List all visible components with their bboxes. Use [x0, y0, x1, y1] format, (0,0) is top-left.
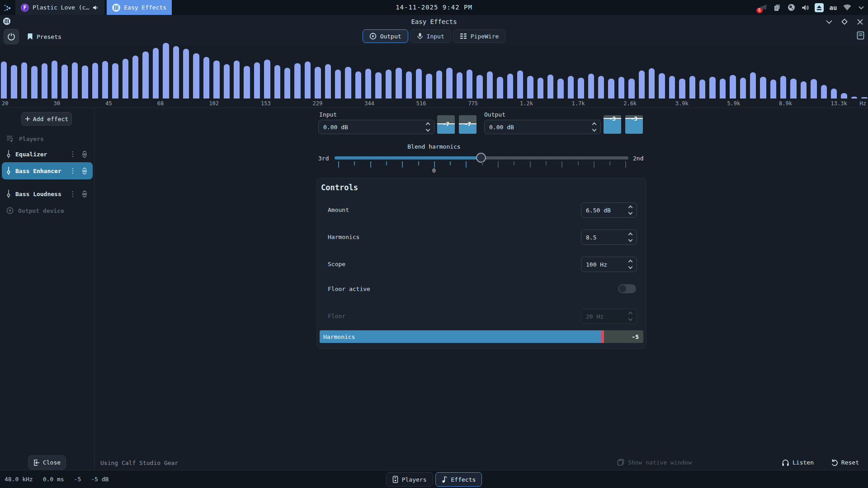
volume-tray-icon[interactable]: [800, 3, 810, 13]
tab-pipewire[interactable]: PipeWire: [453, 29, 506, 43]
tab-effects[interactable]: Effects: [435, 472, 482, 487]
spectrum-bar: [42, 63, 47, 99]
spectrum-bar: [476, 75, 482, 99]
spectrum-bar: [11, 65, 17, 99]
reset-label: Reset: [841, 459, 859, 466]
output-gain-value: 0.00 dB: [489, 124, 593, 131]
spectrum-bar: [517, 70, 523, 99]
taskbar-window-plastic-love[interactable]: F Plastic Love (c…: [15, 0, 104, 15]
harmonics-spinbox[interactable]: 8.5: [581, 230, 637, 245]
spectrum-bar: [82, 66, 88, 99]
spectrum-bar: [639, 70, 645, 99]
slider-fill: [335, 156, 481, 160]
input-level-value: -7: [459, 121, 476, 127]
input-level-meter-left: -7: [437, 115, 455, 134]
effects-sidebar: Add effect Players Equalizer ⋮ Bass Enha…: [0, 108, 94, 470]
maximize-icon[interactable]: [840, 17, 849, 26]
spectrum-bar: [861, 97, 867, 99]
input-level-meter-right: -7: [459, 115, 476, 134]
drag-handle-icon[interactable]: [81, 150, 88, 158]
spectrum-bar: [467, 70, 472, 99]
effect-menu-icon[interactable]: ⋮: [69, 150, 76, 158]
amount-spinbox[interactable]: 6.50 dB: [581, 202, 637, 218]
titlebar: Easy Effects: [0, 15, 868, 28]
reset-button[interactable]: Reset: [830, 459, 859, 466]
spinbox-stepper-icons[interactable]: [629, 205, 632, 216]
floor-spinbox[interactable]: 20 Hz: [581, 309, 637, 324]
spectrum-bar: [21, 62, 27, 99]
drag-handle-icon[interactable]: [81, 190, 88, 197]
tab-players[interactable]: Players: [386, 472, 433, 487]
sidebar-item-label: Equalizer: [15, 151, 65, 158]
tab-input[interactable]: Input: [410, 29, 451, 43]
desktop: F Plastic Love (c… Easy Effects 14-11-20…: [0, 0, 868, 488]
wifi-tray-icon[interactable]: [842, 3, 852, 13]
tray-expander-chevron-icon[interactable]: [856, 3, 866, 13]
spectrum-bar: [618, 77, 624, 99]
tab-label: Output: [380, 33, 401, 40]
spectrum-bar: [588, 74, 594, 99]
slider-tick: [561, 161, 562, 168]
exit-icon: [33, 460, 40, 466]
messenger-tray-icon[interactable]: 6: [758, 3, 768, 13]
spectrum-bar: [699, 80, 705, 99]
scope-spinbox[interactable]: 100 Hz: [581, 257, 637, 272]
spinbox-stepper-icons[interactable]: [629, 259, 632, 270]
floor-value: 20 Hz: [586, 313, 629, 320]
close-icon[interactable]: [855, 17, 864, 26]
slider-tick: [530, 161, 531, 168]
effect-menu-icon[interactable]: ⋮: [69, 190, 76, 198]
taskbar-window-easy-effects[interactable]: Easy Effects: [107, 0, 172, 15]
spectrum-bar: [547, 75, 553, 99]
output-level-value: -3: [604, 116, 621, 122]
output-level-meter-left: -3: [604, 115, 621, 134]
spectrum-bar: [760, 77, 766, 99]
frequency-tick-label: 344: [364, 100, 374, 107]
eject-tray-icon[interactable]: [814, 3, 824, 13]
add-effect-button[interactable]: Add effect: [21, 112, 72, 126]
window-title: Easy Effects: [0, 18, 868, 25]
sidebar-item-output-device[interactable]: Output device: [2, 202, 93, 219]
divider: [0, 108, 868, 108]
spectrum-bar: [780, 76, 786, 99]
statusbar: 48.0 kHz 0.0 ms -5 -5 dB Players Effects: [0, 470, 868, 488]
playlist-icon: [6, 135, 14, 142]
taskbar: F Plastic Love (c… Easy Effects 14-11-20…: [0, 0, 868, 15]
tab-label: PipeWire: [471, 33, 499, 40]
blend-harmonics-slider[interactable]: [335, 156, 628, 160]
keyboard-layout-indicator[interactable]: au: [828, 3, 838, 13]
tab-label: Input: [427, 33, 444, 40]
launcher-icon[interactable]: [0, 0, 15, 15]
spectrum-bar: [365, 69, 371, 99]
listen-button[interactable]: Listen: [782, 459, 814, 466]
input-gain-spinbox[interactable]: 0.00 dB: [318, 120, 434, 134]
slider-tick: [514, 161, 514, 165]
output-gain-spinbox[interactable]: 0.00 dB: [484, 120, 601, 134]
spectrum-bar: [31, 66, 37, 99]
tab-output[interactable]: Output: [363, 29, 408, 43]
slider-tick: [546, 161, 547, 165]
screen-record-tray-icon[interactable]: [786, 3, 796, 13]
floor-active-toggle[interactable]: [618, 284, 636, 293]
excluded-apps-icon[interactable]: [857, 31, 864, 40]
spectrum-bar: [163, 43, 169, 99]
spectrum-bar: [325, 64, 331, 99]
slider-tick: [466, 161, 467, 168]
sidebar-item-bass-loudness[interactable]: Bass Loudness ⋮: [2, 185, 93, 202]
input-level-value: -7: [437, 121, 455, 127]
harmonics-value: 8.5: [586, 234, 629, 241]
effect-pin-icon: [6, 150, 11, 158]
slider-tick: [498, 161, 499, 168]
media-player-icon: [392, 476, 398, 483]
spinbox-stepper-icons[interactable]: [629, 232, 632, 243]
clipboard-tray-icon[interactable]: [772, 3, 782, 13]
spinbox-stepper-icons[interactable]: [593, 122, 596, 132]
slider-tick: [578, 161, 579, 165]
easy-effects-icon: [112, 4, 120, 12]
show-native-window-button[interactable]: Show native window: [617, 459, 692, 466]
spectrum-bar: [173, 46, 179, 99]
close-window-button[interactable]: Close: [28, 455, 66, 469]
minimize-icon[interactable]: [825, 17, 834, 26]
frequency-tick-label: 3.9k: [675, 100, 689, 107]
spinbox-stepper-icons[interactable]: [426, 122, 429, 132]
